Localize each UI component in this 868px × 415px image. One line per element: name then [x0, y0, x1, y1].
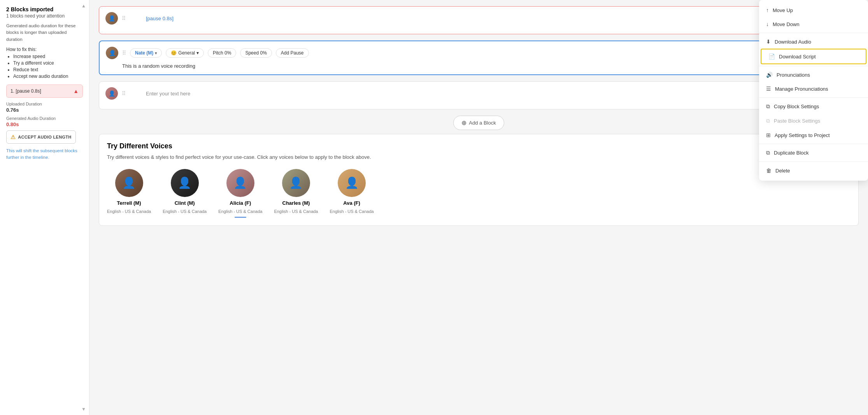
voice-name-ava: Ava (F) [343, 200, 360, 206]
drag-handle-block1[interactable]: ⠿ [122, 15, 126, 21]
pause-block-text: [pause 0.8s] [130, 16, 174, 21]
voice-selector[interactable]: Nate (M) ▾ [130, 48, 162, 58]
scroll-up-indicator: ▲ [81, 3, 86, 9]
ctx-download-script-label: Download Script [779, 54, 816, 60]
ctx-divider-4 [759, 144, 868, 144]
move-down-icon: ↓ [766, 21, 769, 27]
ctx-download-audio[interactable]: ⬇ Download Audio [759, 35, 868, 49]
sidebar-block-item[interactable]: 1. [pause 0.8s] ▲ [6, 84, 83, 98]
pronunciations-icon: 🔊 [766, 72, 773, 78]
ctx-move-down[interactable]: ↓ Move Down [759, 17, 868, 31]
ctx-duplicate-block[interactable]: ⧉ Duplicate Block [759, 146, 868, 160]
voice-block-text[interactable]: This is a random voice recording [106, 63, 852, 69]
voice-name-alicia: Alicia (F) [230, 200, 251, 206]
pitch-value: 0% [224, 50, 231, 56]
block-row-voice: 👤 ⠿ Nate (M) ▾ 😊 General ▾ Pitch 0% Spee… [99, 40, 859, 75]
voice-avatar-alicia: 👤 [226, 169, 254, 197]
voice-avatar-terrell: 👤 [115, 169, 143, 197]
style-selector[interactable]: 😊 General ▾ [166, 48, 204, 58]
voice-card-terrell[interactable]: 👤 Terrell (M) English - US & Canada [107, 169, 151, 218]
ctx-divider-1 [759, 33, 868, 33]
ctx-apply-settings[interactable]: ⊞ Apply Settings to Project [759, 128, 868, 142]
voice-active-indicator-alicia [235, 217, 246, 218]
sidebar: ▲ 2 Blocks imported 1 blocks need your a… [0, 0, 89, 415]
voice-name-label: Nate (M) [135, 50, 153, 56]
ctx-delete-label: Delete [775, 168, 790, 174]
voice-name-clint: Clint (M) [175, 200, 195, 206]
accept-btn-label: ACCEPT AUDIO LENGTH [18, 135, 71, 139]
drag-handle-block2[interactable]: ⠿ [122, 50, 126, 56]
add-pause-label: Add Pause [281, 50, 304, 56]
style-label: General [178, 50, 195, 56]
ctx-divider-3 [759, 97, 868, 98]
voices-panel-desc: Try different voices & styles to find pe… [107, 153, 850, 161]
drag-handle-block3[interactable]: ⠿ [122, 90, 126, 97]
ctx-copy-block-settings[interactable]: ⧉ Copy Block Settings [759, 99, 868, 114]
add-block-button[interactable]: ⊕ Add a Block [453, 116, 504, 130]
download-script-icon: 📄 [768, 53, 775, 60]
voice-lang-alicia: English - US & Canada [218, 209, 262, 214]
voice-card-charles[interactable]: 👤 Charles (M) English - US & Canada [274, 169, 318, 218]
ctx-move-up[interactable]: ↑ Move Up [759, 3, 868, 17]
ctx-download-audio-label: Download Audio [775, 39, 811, 45]
apply-settings-icon: ⊞ [766, 132, 771, 138]
voice-card-ava[interactable]: 👤 Ava (F) English - US & Canada [330, 169, 374, 218]
paste-settings-icon: ⧉ [766, 118, 770, 124]
block-row-empty: 👤 ⠿ Enter your text here [99, 81, 859, 109]
delete-icon: 🗑 [766, 167, 772, 174]
pitch-control[interactable]: Pitch 0% [208, 48, 236, 58]
duplicate-icon: ⧉ [766, 149, 770, 156]
generated-duration-label: Generated Audio Duration [6, 116, 83, 121]
speed-control[interactable]: Speed 0% [240, 48, 272, 58]
sidebar-block-label: 1. [pause 0.8s] [11, 88, 41, 94]
ctx-divider-2 [759, 66, 868, 66]
add-pause-button[interactable]: Add Pause [276, 48, 309, 58]
ctx-manage-pronunciations[interactable]: ☰ Manage Pronunciations [759, 82, 868, 96]
sidebar-how-to-fix: How to fix this: [6, 47, 83, 52]
voice-lang-charles: English - US & Canada [274, 209, 318, 214]
warning-icon: ⚠ [11, 134, 16, 140]
voice-avatar-clint: 👤 [171, 169, 199, 197]
voices-grid: 👤 Terrell (M) English - US & Canada 👤 Cl… [107, 169, 850, 218]
move-up-icon: ↑ [766, 7, 769, 13]
generated-duration-value: 0.80s [6, 121, 83, 127]
uploaded-duration-label: Uploaded Duration [6, 102, 83, 106]
pitch-label: Pitch [213, 50, 223, 56]
fix-item-3: Reduce text [13, 67, 83, 72]
empty-block-placeholder[interactable]: Enter your text here [130, 91, 190, 97]
block-header-pause: 👤 ⠿ [pause 0.8s] [105, 12, 852, 25]
block-header-empty: 👤 ⠿ Enter your text here [105, 87, 852, 100]
avatar-block1: 👤 [105, 12, 118, 25]
ctx-move-down-label: Move Down [773, 21, 800, 27]
context-menu: ↑ Move Up ↓ Move Down ⬇ Download Audio 📄… [759, 0, 868, 181]
ctx-delete[interactable]: 🗑 Delete [759, 164, 868, 178]
add-block-row: ⊕ Add a Block [99, 116, 859, 130]
voices-panel-title: Try Different Voices [107, 142, 850, 150]
sidebar-title: 2 Blocks imported [6, 6, 83, 12]
block-header-voice: 👤 ⠿ Nate (M) ▾ 😊 General ▾ Pitch 0% Spee… [106, 47, 852, 59]
ctx-manage-pronunciations-label: Manage Pronunciations [775, 86, 828, 92]
ctx-pronunciations[interactable]: 🔊 Pronunciations [759, 68, 868, 82]
ctx-divider-5 [759, 162, 868, 162]
style-emoji: 😊 [171, 50, 177, 56]
fix-item-4: Accept new audio duration [13, 74, 83, 79]
uploaded-duration-value: 0.76s [6, 107, 83, 113]
voice-card-clint[interactable]: 👤 Clint (M) English - US & Canada [163, 169, 207, 218]
ctx-download-script[interactable]: 📄 Download Script [761, 49, 866, 64]
accept-audio-length-button[interactable]: ⚠ ACCEPT AUDIO LENGTH [6, 130, 76, 144]
avatar-block2: 👤 [106, 47, 118, 59]
voice-lang-ava: English - US & Canada [330, 209, 374, 214]
ctx-copy-settings-label: Copy Block Settings [774, 104, 819, 109]
voice-lang-terrell: English - US & Canada [107, 209, 151, 214]
voices-panel: ✕ Try Different Voices Try different voi… [99, 134, 859, 226]
ctx-duplicate-label: Duplicate Block [774, 150, 809, 156]
voice-name-charles: Charles (M) [282, 200, 310, 206]
style-chevron-icon: ▾ [196, 50, 199, 56]
voice-card-alicia[interactable]: 👤 Alicia (F) English - US & Canada [218, 169, 262, 218]
main-content: 👤 ⠿ [pause 0.8s] 👤 ⠿ Nate (M) ▾ 😊 Genera… [89, 0, 868, 415]
fix-item-1: Increase speed [13, 54, 83, 59]
avatar-block3: 👤 [105, 87, 118, 100]
ctx-pronunciations-label: Pronunciations [777, 72, 810, 78]
speed-value: 0% [260, 50, 267, 56]
sidebar-block-arrow: ▲ [73, 88, 79, 94]
